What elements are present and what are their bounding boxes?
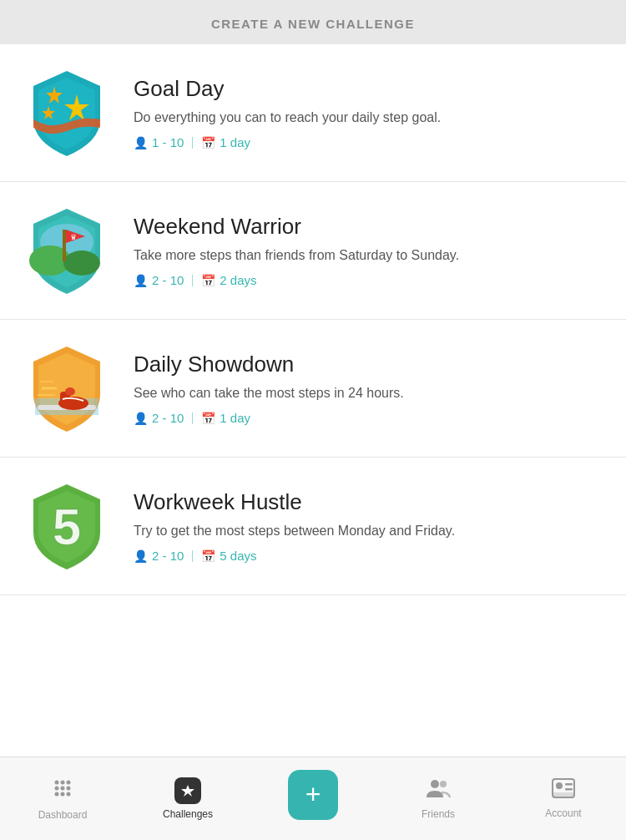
challenge-desc-weekend-warrior: Take more steps than friends from Saturd… [134, 246, 609, 265]
svg-rect-6 [63, 230, 66, 261]
meta-divider [192, 550, 193, 562]
content-area: CREATE A NEW CHALLENGE [0, 0, 626, 757]
tab-add[interactable]: + [250, 762, 376, 837]
svg-point-24 [55, 792, 59, 797]
meta-divider [192, 137, 193, 149]
challenge-name-weekend-warrior: Weekend Warrior [134, 214, 609, 240]
svg-point-19 [61, 781, 65, 785]
friends-icon [426, 777, 451, 804]
svg-text:5: 5 [53, 498, 81, 555]
svg-point-12 [65, 387, 75, 396]
page-header: CREATE A NEW CHALLENGE [0, 0, 626, 44]
challenge-item-workweek-hustle[interactable]: 5 5 Workweek Hustle Try to get the most … [0, 458, 626, 595]
challenge-meta-weekend-warrior: 👤 2 - 10 📅 2 days [134, 273, 609, 287]
svg-point-28 [431, 780, 439, 788]
challenge-badge-workweek-hustle: 5 5 [17, 476, 117, 576]
challenges-icon [174, 777, 201, 804]
challenge-meta-workweek-hustle: 👤 2 - 10 📅 5 days [134, 549, 609, 563]
participants-value: 2 - 10 [152, 273, 184, 287]
svg-text:♛: ♛ [70, 233, 77, 241]
page-title: CREATE A NEW CHALLENGE [20, 17, 606, 31]
participants-value: 2 - 10 [152, 411, 184, 425]
challenge-name-daily-showdown: Daily Showdown [134, 352, 609, 377]
svg-point-5 [63, 250, 100, 276]
challenge-meta-daily-showdown: 👤 2 - 10 📅 1 day [134, 411, 609, 425]
svg-point-22 [61, 787, 65, 791]
svg-rect-33 [565, 788, 573, 791]
duration-meta: 📅 1 day [201, 411, 250, 425]
person-icon: 👤 [134, 549, 148, 563]
dashboard-icon [51, 777, 74, 805]
svg-point-20 [67, 781, 71, 785]
svg-point-31 [556, 782, 563, 789]
participants-value: 1 - 10 [152, 135, 184, 149]
tab-bar: Dashboard Challenges + Friends [0, 757, 626, 840]
svg-point-21 [55, 787, 59, 791]
tab-account-label: Account [545, 807, 581, 819]
svg-point-18 [55, 781, 59, 785]
account-icon [552, 778, 575, 803]
challenge-desc-workweek-hustle: Try to get the most steps between Monday… [134, 522, 609, 540]
svg-rect-34 [553, 792, 574, 797]
duration-value: 1 day [220, 135, 250, 149]
participants-meta: 👤 2 - 10 [134, 411, 184, 425]
tab-dashboard[interactable]: Dashboard [0, 768, 125, 829]
svg-point-23 [67, 787, 71, 791]
calendar-icon: 📅 [201, 549, 215, 563]
svg-point-29 [440, 781, 447, 787]
calendar-icon: 📅 [201, 274, 215, 287]
calendar-icon: 📅 [201, 412, 215, 425]
challenge-list: Goal Day Do everything you can to reach … [0, 44, 626, 595]
challenge-meta-goal-day: 👤 1 - 10 📅 1 day [134, 135, 609, 149]
challenge-name-workweek-hustle: Workweek Hustle [134, 489, 609, 515]
challenge-item-goal-day[interactable]: Goal Day Do everything you can to reach … [0, 44, 626, 182]
tab-dashboard-label: Dashboard [38, 809, 88, 821]
challenge-name-goal-day: Goal Day [134, 76, 609, 102]
person-icon: 👤 [134, 274, 148, 287]
challenge-info-weekend-warrior: Weekend Warrior Take more steps than fri… [134, 214, 609, 288]
tab-challenges-label: Challenges [163, 808, 213, 820]
svg-rect-32 [565, 783, 573, 786]
challenge-desc-goal-day: Do everything you can to reach your dail… [134, 109, 609, 127]
challenge-badge-daily-showdown [17, 338, 117, 438]
challenge-info-goal-day: Goal Day Do everything you can to reach … [134, 76, 609, 150]
participants-meta: 👤 2 - 10 [134, 549, 184, 563]
duration-meta: 📅 1 day [201, 135, 250, 149]
svg-point-25 [61, 792, 65, 797]
person-icon: 👤 [134, 136, 148, 149]
tab-friends-label: Friends [422, 808, 455, 820]
challenge-info-workweek-hustle: Workweek Hustle Try to get the most step… [134, 489, 609, 564]
svg-point-26 [67, 792, 71, 797]
duration-value: 5 days [220, 549, 256, 563]
duration-value: 1 day [220, 411, 250, 425]
calendar-icon: 📅 [201, 136, 215, 149]
tab-friends[interactable]: Friends [376, 769, 501, 828]
duration-value: 2 days [220, 273, 256, 287]
challenge-item-daily-showdown[interactable]: Daily Showdown See who can take the most… [0, 320, 626, 458]
challenge-badge-weekend-warrior: ♛ [17, 200, 117, 301]
participants-meta: 👤 2 - 10 [134, 273, 184, 287]
duration-meta: 📅 5 days [201, 549, 256, 563]
tab-challenges[interactable]: Challenges [125, 769, 250, 828]
duration-meta: 📅 2 days [201, 273, 256, 287]
person-icon: 👤 [134, 412, 148, 425]
challenge-item-weekend-warrior[interactable]: ♛ Weekend Warrior Take more steps than f… [0, 182, 626, 320]
challenge-info-daily-showdown: Daily Showdown See who can take the most… [134, 352, 609, 426]
meta-divider [192, 275, 193, 286]
participants-value: 2 - 10 [152, 549, 184, 563]
challenge-badge-goal-day [17, 63, 117, 163]
svg-marker-27 [181, 785, 194, 797]
add-icon: + [288, 770, 338, 820]
challenge-desc-daily-showdown: See who can take the most steps in 24 ho… [134, 384, 609, 402]
participants-meta: 👤 1 - 10 [134, 135, 184, 149]
meta-divider [192, 412, 193, 424]
tab-account[interactable]: Account [501, 770, 626, 827]
